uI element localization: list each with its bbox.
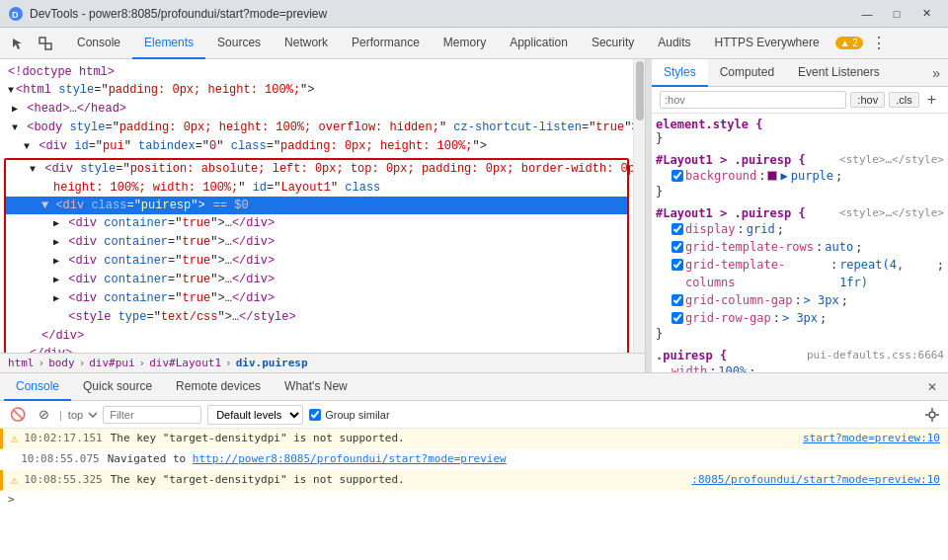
styles-content: element.style { } #Layout1 > .puiresp { … <box>652 114 948 372</box>
styles-filter-bar: :hov .cls + <box>652 87 948 114</box>
dom-line-style-tag: ▶ <style type="text/css">…</style> <box>6 308 627 327</box>
console-settings-icon[interactable] <box>924 407 940 423</box>
console-prompt-line: > <box>0 491 948 508</box>
breadcrumb-html[interactable]: html <box>8 357 35 369</box>
console-output: ⚠ 10:02:17.151 The key "target-densitydp… <box>0 429 948 528</box>
console-nav-link[interactable]: http://power8:8085/profoundui/start?mode… <box>193 452 507 465</box>
styles-more-icon[interactable]: » <box>924 65 948 81</box>
console-tab-remote-devices[interactable]: Remote devices <box>164 373 273 401</box>
tab-computed[interactable]: Computed <box>708 59 786 87</box>
console-group-similar-label: Group similar <box>309 409 389 421</box>
console-level-select[interactable]: Default levels <box>207 405 303 425</box>
title-bar-title: DevTools - power8:8085/profoundui/start?… <box>30 7 853 21</box>
console-source-3[interactable]: :8085/profoundui/start?mode=preview:10 <box>691 472 940 488</box>
devtools-more-icon[interactable]: ⋮ <box>863 34 895 52</box>
filter-hov-button[interactable]: :hov <box>850 92 885 108</box>
console-msg-2: Navigated to http://power8:8085/profound… <box>108 451 940 467</box>
warning-icon-1: ⚠ <box>11 431 18 446</box>
prop-checkbox-grid-cols[interactable] <box>672 259 683 271</box>
dom-line-close-puiresp: </div> <box>6 327 627 345</box>
style-prop-grid-row-gap: grid-row-gap: > 3px; <box>672 309 944 327</box>
tab-memory[interactable]: Memory <box>432 28 498 59</box>
console-group-checkbox[interactable] <box>309 409 321 421</box>
console-time-3: 10:08:55.325 <box>24 472 102 488</box>
dom-line-head: ▶ <head>…</head> <box>0 100 633 119</box>
dom-line-body: ▼ <body style="padding: 0px; height: 100… <box>0 119 633 137</box>
style-selector: #Layout1 > .puiresp { <box>656 206 806 220</box>
styles-filter-input[interactable] <box>660 91 846 109</box>
console-tab-quick-source[interactable]: Quick source <box>71 373 164 401</box>
style-selector: .puiresp { <box>656 349 727 362</box>
console-tab-console[interactable]: Console <box>4 373 71 401</box>
prop-checkbox-display[interactable] <box>672 223 683 235</box>
maximize-button[interactable]: □ <box>883 3 910 25</box>
tab-sources[interactable]: Sources <box>205 28 273 59</box>
minimize-button[interactable]: — <box>853 3 881 25</box>
breadcrumb-layout1[interactable]: div#Layout1 <box>149 357 221 369</box>
tab-network[interactable]: Network <box>273 28 340 59</box>
console-stop-button[interactable]: ⊘ <box>34 405 53 425</box>
tab-styles[interactable]: Styles <box>652 59 708 87</box>
tab-event-listeners[interactable]: Event Listeners <box>786 59 892 87</box>
style-source-link-pui-defaults[interactable]: pui-defaults.css:6664 <box>807 349 944 361</box>
filter-add-icon[interactable]: + <box>923 91 940 109</box>
dom-line-child-4: ▶ <div container="true">…</div> <box>6 271 627 289</box>
tab-application[interactable]: Application <box>498 28 580 59</box>
prop-checkbox-row-gap[interactable] <box>672 312 683 324</box>
console-message-3: ⚠ 10:08:55.325 The key "target-densitydp… <box>0 470 948 491</box>
style-selector: element.style { <box>656 118 762 131</box>
console-clear-button[interactable]: 🚫 <box>8 405 28 425</box>
console-tab-whats-new[interactable]: What's New <box>273 373 359 401</box>
svg-rect-3 <box>45 43 51 49</box>
tab-console[interactable]: Console <box>65 28 132 59</box>
console-source-1[interactable]: start?mode=preview:10 <box>803 431 940 446</box>
devtools-inspector-icon[interactable] <box>32 28 59 59</box>
prop-checkbox-grid-rows[interactable] <box>672 241 683 253</box>
dom-line-child-1: ▶ <div container="true">…</div> <box>6 214 627 233</box>
prop-checkbox-background[interactable] <box>672 170 683 182</box>
console-time-1: 10:02:17.151 <box>24 431 102 446</box>
tab-performance[interactable]: Performance <box>340 28 432 59</box>
filter-cls-button[interactable]: .cls <box>889 92 919 108</box>
devtools-icon: D <box>8 6 24 22</box>
devtools-nav: Console Elements Sources Network Perform… <box>0 28 948 59</box>
dom-line-close-layout1: </div> <box>6 345 627 353</box>
dom-tree[interactable]: <!doctype html> ▼<html style="padding: 0… <box>0 59 633 353</box>
color-swatch-purple[interactable] <box>767 171 777 181</box>
error-badge: ▲ 2 <box>835 37 863 49</box>
console-msg-1: The key "target-densitydpi" is not suppo… <box>111 431 803 446</box>
warning-icon-3: ⚠ <box>11 472 18 488</box>
style-source-link[interactable]: <style>…</style> <box>839 153 944 166</box>
console-close-button[interactable]: ✕ <box>920 375 944 399</box>
style-rule-element: element.style { } <box>656 118 944 145</box>
style-prop-display: display: grid; <box>672 220 944 238</box>
style-prop-grid-template-columns: grid-template-columns: repeat(4, 1fr); <box>672 256 944 291</box>
title-bar-controls: — □ ✕ <box>853 3 940 25</box>
dom-line-child-3: ▶ <div container="true">…</div> <box>6 252 627 271</box>
close-button[interactable]: ✕ <box>912 3 940 25</box>
tab-security[interactable]: Security <box>580 28 646 59</box>
elements-scrollbar[interactable] <box>633 59 645 353</box>
dom-line-pui: ▼ <div id="pui" tabindex="0" class="padd… <box>0 137 633 156</box>
console-message-1: ⚠ 10:02:17.151 The key "target-densitydp… <box>0 429 948 449</box>
styles-tabs: Styles Computed Event Listeners » <box>652 59 948 87</box>
devtools-pointer-icon[interactable] <box>4 28 32 59</box>
dom-line-child-5: ▶ <div container="true">…</div> <box>6 289 627 308</box>
style-prop-grid-column-gap: grid-column-gap: > 3px; <box>672 291 944 309</box>
svg-rect-2 <box>40 38 45 43</box>
elements-panel: <!doctype html> ▼<html style="padding: 0… <box>0 59 646 372</box>
console-msg-3: The key "target-densitydpi" is not suppo… <box>111 472 692 488</box>
console-divider: | <box>59 409 62 421</box>
tab-elements[interactable]: Elements <box>132 28 205 59</box>
style-source-link[interactable]: <style>…</style> <box>839 206 944 219</box>
console-toolbar: 🚫 ⊘ | top Default levels Group similar <box>0 401 948 429</box>
breadcrumb-body[interactable]: body <box>48 357 75 369</box>
console-message-2: ⚠ 10:08:55.075 Navigated to http://power… <box>0 449 948 470</box>
breadcrumb-pui[interactable]: div#pui <box>89 357 134 369</box>
tab-https-everywhere[interactable]: HTTPS Everywhere <box>703 28 831 59</box>
dom-line-puiresp-selected[interactable]: ▼ <div class="puiresp">== $0 <box>6 197 627 214</box>
prop-checkbox-col-gap[interactable] <box>672 294 683 306</box>
tab-audits[interactable]: Audits <box>646 28 702 59</box>
console-filter-input[interactable] <box>103 406 201 424</box>
breadcrumb-current[interactable]: div.puiresp <box>236 357 308 369</box>
